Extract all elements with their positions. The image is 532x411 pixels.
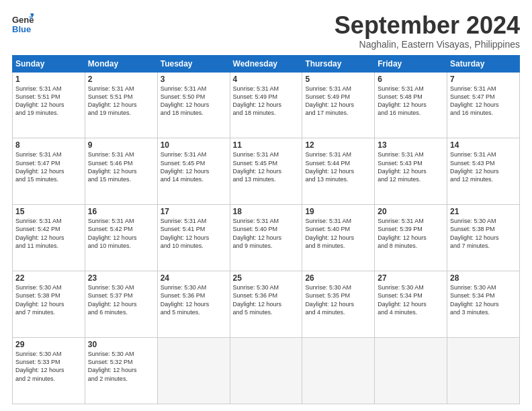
week-row-5: 29Sunrise: 5:30 AM Sunset: 5:33 PM Dayli… [13, 338, 520, 404]
day-info: Sunrise: 5:31 AM Sunset: 5:39 PM Dayligh… [378, 217, 444, 250]
day-cell: 13Sunrise: 5:31 AM Sunset: 5:43 PM Dayli… [375, 138, 447, 205]
day-cell: 4Sunrise: 5:31 AM Sunset: 5:49 PM Daylig… [230, 72, 302, 138]
day-info: Sunrise: 5:31 AM Sunset: 5:51 PM Dayligh… [88, 85, 154, 118]
day-number: 26 [305, 273, 371, 283]
day-number: 6 [378, 75, 444, 84]
col-thursday: Thursday [302, 55, 375, 72]
day-info: Sunrise: 5:31 AM Sunset: 5:45 PM Dayligh… [161, 150, 227, 183]
day-info: Sunrise: 5:30 AM Sunset: 5:34 PM Dayligh… [378, 283, 444, 316]
day-number: 25 [233, 273, 300, 283]
day-info: Sunrise: 5:31 AM Sunset: 5:40 PM Dayligh… [305, 217, 371, 250]
day-number: 7 [450, 75, 517, 84]
day-number: 30 [88, 340, 154, 349]
day-cell: 9Sunrise: 5:31 AM Sunset: 5:46 PM Daylig… [85, 138, 157, 205]
day-info: Sunrise: 5:31 AM Sunset: 5:51 PM Dayligh… [15, 85, 82, 118]
day-number: 29 [15, 340, 82, 349]
day-cell: 1Sunrise: 5:31 AM Sunset: 5:51 PM Daylig… [13, 72, 85, 138]
day-number: 28 [450, 273, 517, 283]
day-info: Sunrise: 5:30 AM Sunset: 5:35 PM Dayligh… [305, 283, 371, 316]
day-number: 16 [88, 207, 154, 216]
header-right: September 2024 Naghalin, Eastern Visayas… [335, 12, 520, 50]
day-number: 11 [233, 140, 300, 150]
location: Naghalin, Eastern Visayas, Philippines [335, 39, 520, 50]
day-cell: 7Sunrise: 5:31 AM Sunset: 5:47 PM Daylig… [447, 72, 520, 138]
col-wednesday: Wednesday [230, 55, 302, 72]
day-cell: 15Sunrise: 5:31 AM Sunset: 5:42 PM Dayli… [13, 205, 85, 271]
day-cell: 16Sunrise: 5:31 AM Sunset: 5:42 PM Dayli… [85, 205, 157, 271]
day-info: Sunrise: 5:30 AM Sunset: 5:32 PM Dayligh… [88, 350, 154, 383]
day-number: 17 [161, 207, 227, 216]
day-cell [230, 338, 302, 404]
day-number: 5 [305, 75, 371, 84]
day-number: 1 [15, 75, 82, 84]
day-cell: 20Sunrise: 5:31 AM Sunset: 5:39 PM Dayli… [375, 205, 447, 271]
day-cell: 12Sunrise: 5:31 AM Sunset: 5:44 PM Dayli… [302, 138, 375, 205]
day-number: 10 [161, 140, 227, 150]
page: General Blue September 2024 Naghalin, Ea… [0, 0, 532, 411]
day-cell: 21Sunrise: 5:30 AM Sunset: 5:38 PM Dayli… [447, 205, 520, 271]
day-number: 4 [233, 75, 300, 84]
col-friday: Friday [375, 55, 447, 72]
calendar: Sunday Monday Tuesday Wednesday Thursday… [12, 55, 520, 404]
week-row-1: 1Sunrise: 5:31 AM Sunset: 5:51 PM Daylig… [13, 72, 520, 138]
week-row-4: 22Sunrise: 5:30 AM Sunset: 5:38 PM Dayli… [13, 271, 520, 338]
day-number: 14 [450, 140, 517, 150]
day-cell: 18Sunrise: 5:31 AM Sunset: 5:40 PM Dayli… [230, 205, 302, 271]
day-number: 2 [88, 75, 154, 84]
day-info: Sunrise: 5:31 AM Sunset: 5:43 PM Dayligh… [450, 150, 517, 183]
day-info: Sunrise: 5:31 AM Sunset: 5:40 PM Dayligh… [233, 217, 300, 250]
col-sunday: Sunday [13, 55, 85, 72]
day-number: 9 [88, 140, 154, 150]
day-cell: 10Sunrise: 5:31 AM Sunset: 5:45 PM Dayli… [157, 138, 230, 205]
day-info: Sunrise: 5:30 AM Sunset: 5:38 PM Dayligh… [15, 283, 82, 316]
month-title: September 2024 [335, 12, 520, 39]
day-info: Sunrise: 5:31 AM Sunset: 5:47 PM Dayligh… [450, 85, 517, 118]
day-info: Sunrise: 5:31 AM Sunset: 5:42 PM Dayligh… [88, 217, 154, 250]
day-cell: 29Sunrise: 5:30 AM Sunset: 5:33 PM Dayli… [13, 338, 85, 404]
day-number: 22 [15, 273, 82, 283]
top-area: General Blue September 2024 Naghalin, Ea… [12, 12, 520, 50]
col-monday: Monday [85, 55, 157, 72]
day-info: Sunrise: 5:31 AM Sunset: 5:47 PM Dayligh… [15, 150, 82, 183]
day-cell: 19Sunrise: 5:31 AM Sunset: 5:40 PM Dayli… [302, 205, 375, 271]
day-info: Sunrise: 5:31 AM Sunset: 5:43 PM Dayligh… [378, 150, 444, 183]
day-info: Sunrise: 5:31 AM Sunset: 5:48 PM Dayligh… [378, 85, 444, 118]
svg-text:Blue: Blue [12, 24, 31, 34]
day-cell: 8Sunrise: 5:31 AM Sunset: 5:47 PM Daylig… [13, 138, 85, 205]
day-number: 18 [233, 207, 300, 216]
day-number: 12 [305, 140, 371, 150]
day-cell: 24Sunrise: 5:30 AM Sunset: 5:36 PM Dayli… [157, 271, 230, 338]
day-info: Sunrise: 5:30 AM Sunset: 5:36 PM Dayligh… [233, 283, 300, 316]
day-info: Sunrise: 5:31 AM Sunset: 5:49 PM Dayligh… [233, 85, 300, 118]
day-cell: 30Sunrise: 5:30 AM Sunset: 5:32 PM Dayli… [85, 338, 157, 404]
day-info: Sunrise: 5:31 AM Sunset: 5:42 PM Dayligh… [15, 217, 82, 250]
day-cell: 28Sunrise: 5:30 AM Sunset: 5:34 PM Dayli… [447, 271, 520, 338]
day-number: 8 [15, 140, 82, 150]
day-cell [157, 338, 230, 404]
day-info: Sunrise: 5:31 AM Sunset: 5:50 PM Dayligh… [161, 85, 227, 118]
day-info: Sunrise: 5:30 AM Sunset: 5:33 PM Dayligh… [15, 350, 82, 383]
logo-svg: General Blue [12, 12, 34, 36]
day-number: 27 [378, 273, 444, 283]
day-info: Sunrise: 5:30 AM Sunset: 5:36 PM Dayligh… [161, 283, 227, 316]
day-number: 20 [378, 207, 444, 216]
col-tuesday: Tuesday [157, 55, 230, 72]
week-row-3: 15Sunrise: 5:31 AM Sunset: 5:42 PM Dayli… [13, 205, 520, 271]
day-info: Sunrise: 5:30 AM Sunset: 5:34 PM Dayligh… [450, 283, 517, 316]
day-cell: 3Sunrise: 5:31 AM Sunset: 5:50 PM Daylig… [157, 72, 230, 138]
day-info: Sunrise: 5:31 AM Sunset: 5:44 PM Dayligh… [305, 150, 371, 183]
day-number: 15 [15, 207, 82, 216]
day-info: Sunrise: 5:31 AM Sunset: 5:41 PM Dayligh… [161, 217, 227, 250]
day-cell: 14Sunrise: 5:31 AM Sunset: 5:43 PM Dayli… [447, 138, 520, 205]
day-cell: 23Sunrise: 5:30 AM Sunset: 5:37 PM Dayli… [85, 271, 157, 338]
calendar-header-row: Sunday Monday Tuesday Wednesday Thursday… [13, 55, 520, 72]
day-cell: 17Sunrise: 5:31 AM Sunset: 5:41 PM Dayli… [157, 205, 230, 271]
day-info: Sunrise: 5:31 AM Sunset: 5:45 PM Dayligh… [233, 150, 300, 183]
day-number: 13 [378, 140, 444, 150]
day-cell [375, 338, 447, 404]
day-info: Sunrise: 5:30 AM Sunset: 5:37 PM Dayligh… [88, 283, 154, 316]
day-number: 3 [161, 75, 227, 84]
day-cell: 25Sunrise: 5:30 AM Sunset: 5:36 PM Dayli… [230, 271, 302, 338]
day-cell: 2Sunrise: 5:31 AM Sunset: 5:51 PM Daylig… [85, 72, 157, 138]
day-number: 21 [450, 207, 517, 216]
